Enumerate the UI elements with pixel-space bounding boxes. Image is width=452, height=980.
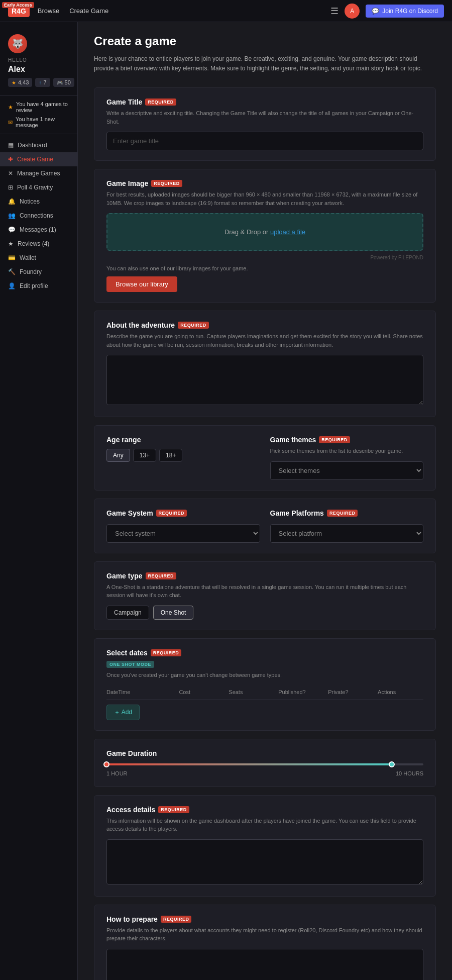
stat-games: 🎮 50	[53, 78, 74, 87]
foundry-icon: 🔨	[8, 268, 16, 275]
upload-link[interactable]: upload a file	[270, 228, 305, 236]
game-title-input[interactable]	[106, 132, 423, 150]
game-platforms-heading: Game Platforms REQUIRED	[270, 509, 424, 517]
game-type-heading: Game type REQUIRED	[106, 572, 423, 580]
sidebar-item-poll4gravity[interactable]: ⊞ Poll 4 Gravity	[0, 180, 77, 194]
shot-mode-badge: ONE SHOT MODE	[106, 661, 154, 668]
notice-reviews: ★ You have 4 games to review	[8, 100, 69, 115]
sidebar-item-messages[interactable]: 💬 Messages (1)	[0, 223, 77, 237]
game-type-desc: A One-Shot is a standalone adventure tha…	[106, 583, 423, 600]
notice-message: ✉ You have 1 new message	[8, 115, 69, 130]
game-themes-heading: Game themes REQUIRED	[270, 436, 424, 444]
age-btn-13plus[interactable]: 13+	[133, 449, 156, 462]
library-note: You can also use one of our library imag…	[106, 265, 423, 271]
main-content: Create a game Here is your chance to ent…	[78, 22, 452, 980]
sidebar-item-foundry[interactable]: 🔨 Foundry	[0, 265, 77, 279]
header: Early Access R4G Browse Create Game ☰ A …	[0, 0, 452, 22]
duration-labels: 1 HOUR 10 HOURS	[106, 770, 423, 776]
discord-icon: 💬	[372, 8, 379, 15]
access-details-heading: Access details REQUIRED	[106, 806, 423, 814]
powered-by-label: Powered by FILEPOND	[106, 255, 423, 260]
game-title-required: REQUIRED	[145, 99, 176, 106]
image-dropzone[interactable]: Drag & Drop or upload a file	[106, 213, 423, 251]
system-platform-section: Game System REQUIRED Select system Game …	[94, 499, 436, 553]
sidebar-notices: ★ You have 4 games to review ✉ You have …	[0, 95, 77, 134]
how-to-prepare-textarea[interactable]	[106, 949, 423, 980]
messages-icon: 💬	[8, 226, 16, 233]
avatar: 🐺	[8, 34, 27, 53]
dashboard-icon: ▦	[8, 142, 14, 149]
join-discord-button[interactable]: 💬 Join R4G on Discord	[366, 5, 444, 18]
sidebar-item-wallet[interactable]: 💳 Wallet	[0, 251, 77, 265]
game-themes-required: REQUIRED	[319, 436, 350, 443]
game-image-section: Game Image REQUIRED For best results, up…	[94, 169, 436, 303]
nav-browse[interactable]: Browse	[38, 7, 59, 15]
slider-fill	[106, 763, 392, 765]
age-range-heading: Age range	[106, 436, 260, 444]
game-platforms-select[interactable]: Select platform	[270, 524, 424, 543]
system-platform-grid: Game System REQUIRED Select system Game …	[106, 509, 423, 543]
how-to-prepare-section: How to prepare REQUIRED Provide details …	[94, 905, 436, 980]
game-type-required: REQUIRED	[146, 572, 177, 579]
sidebar-item-manage-games[interactable]: ✕ Manage Games	[0, 166, 77, 180]
about-textarea[interactable]	[106, 355, 423, 405]
edit-profile-icon: 👤	[8, 282, 16, 289]
type-btn-oneshot[interactable]: One Shot	[153, 606, 194, 620]
early-access-badge: Early Access	[2, 2, 34, 8]
age-themes-grid: Age range Any 13+ 18+ Game themes REQUIR…	[106, 436, 423, 480]
up-icon: ↑	[39, 80, 41, 85]
game-system-select[interactable]: Select system	[106, 524, 260, 543]
star-icon: ★	[12, 80, 16, 85]
hamburger-icon[interactable]: ☰	[330, 6, 338, 17]
sidebar-item-reviews[interactable]: ★ Reviews (4)	[0, 237, 77, 251]
page-title: Create a game	[94, 34, 436, 48]
game-platforms-col: Game Platforms REQUIRED Select platform	[270, 509, 424, 543]
sidebar-item-create-game[interactable]: ✚ Create Game	[0, 152, 77, 166]
sidebar-item-notices[interactable]: 🔔 Notices	[0, 194, 77, 209]
how-to-prepare-required: REQUIRED	[161, 916, 192, 923]
stat-rating: ★ 4,43	[8, 78, 32, 87]
header-logo: Early Access R4G	[8, 5, 30, 17]
stat-up: ↑ 7	[35, 78, 50, 87]
page-subtitle: Here is your chance to entice players to…	[94, 54, 435, 73]
how-to-prepare-desc: Provide details to the players about wha…	[106, 926, 423, 943]
type-btn-campaign[interactable]: Campaign	[106, 606, 149, 620]
game-type-section: Game type REQUIRED A One-Shot is a stand…	[94, 561, 436, 630]
user-avatar[interactable]: A	[345, 4, 360, 19]
nav-create-game[interactable]: Create Game	[69, 7, 108, 15]
game-duration-heading: Game Duration	[106, 749, 423, 757]
about-heading: About the adventure REQUIRED	[106, 321, 423, 329]
age-btn-18plus[interactable]: 18+	[159, 449, 182, 462]
connections-icon: 👥	[8, 212, 16, 219]
game-type-buttons: Campaign One Shot	[106, 606, 423, 620]
dates-notice: Once you've created your game you can't …	[106, 672, 423, 678]
game-themes-col: Game themes REQUIRED Pick some themes fr…	[270, 436, 424, 480]
game-themes-select[interactable]: Select themes	[270, 461, 424, 480]
layout: 🐺 HELLO Alex ★ 4,43 ↑ 7 🎮 50	[0, 22, 452, 980]
game-system-col: Game System REQUIRED Select system	[106, 509, 260, 543]
sidebar-item-edit-profile[interactable]: 👤 Edit profile	[0, 279, 77, 293]
game-platforms-required: REQUIRED	[327, 510, 358, 517]
slider-thumb-left[interactable]	[103, 761, 109, 767]
game-title-heading: Game Title REQUIRED	[106, 98, 423, 106]
access-details-required: REQUIRED	[158, 806, 189, 813]
sidebar-username: Alex	[8, 65, 25, 74]
slider-track	[106, 763, 423, 765]
slider-thumb-right[interactable]	[389, 761, 395, 767]
age-btn-any[interactable]: Any	[106, 449, 130, 462]
add-date-button[interactable]: ＋ Add	[106, 705, 140, 720]
access-details-desc: This information will be shown on the ga…	[106, 817, 423, 833]
sidebar-item-connections[interactable]: 👥 Connections	[0, 209, 77, 223]
browse-library-button[interactable]: Browse our library	[106, 276, 177, 292]
sidebar-item-dashboard[interactable]: ▦ Dashboard	[0, 138, 77, 152]
game-image-desc: For best results, uploaded images should…	[106, 190, 423, 207]
access-details-textarea[interactable]	[106, 839, 423, 885]
game-system-required: REQUIRED	[156, 510, 187, 517]
duration-slider-container: 1 HOUR 10 HOURS	[106, 763, 423, 776]
poll-icon: ⊞	[8, 184, 13, 191]
header-right: ☰ A 💬 Join R4G on Discord	[330, 4, 444, 19]
header-nav: Browse Create Game	[38, 7, 108, 15]
game-system-heading: Game System REQUIRED	[106, 509, 260, 517]
about-required: REQUIRED	[178, 322, 209, 329]
age-themes-section: Age range Any 13+ 18+ Game themes REQUIR…	[94, 425, 436, 491]
